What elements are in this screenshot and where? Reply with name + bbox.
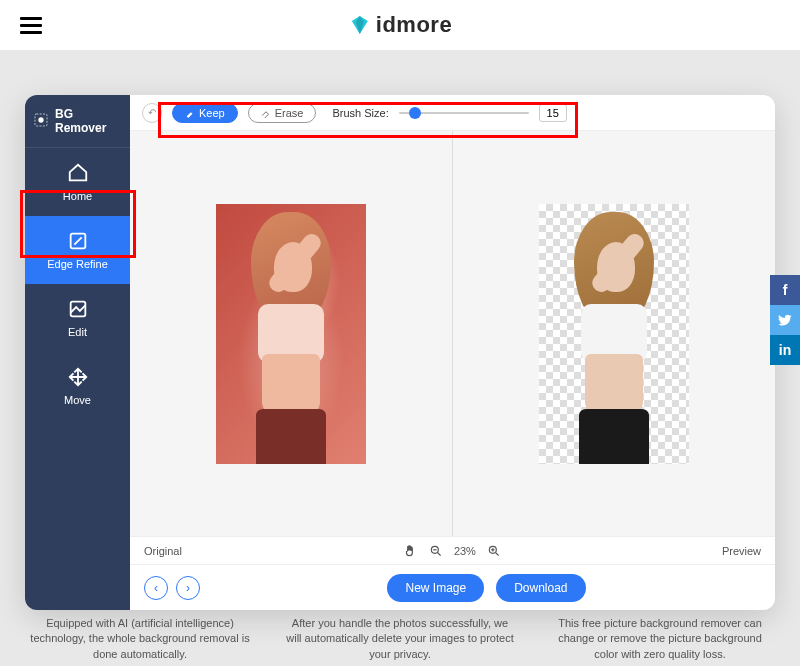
preview-label: Preview <box>722 545 761 557</box>
eraser-icon <box>261 108 271 118</box>
prev-button[interactable]: ‹ <box>144 576 168 600</box>
edge-refine-toolbar: ↶ Keep Erase Brush Size: 15 <box>130 95 775 131</box>
keep-button[interactable]: Keep <box>172 103 238 123</box>
marketing-row: Equipped with AI (artificial intelligenc… <box>25 616 775 662</box>
edit-icon <box>67 298 89 320</box>
linkedin-icon[interactable]: in <box>770 335 800 365</box>
original-label: Original <box>144 545 182 557</box>
svg-line-10 <box>496 552 499 555</box>
edge-refine-icon <box>67 230 89 252</box>
brand-logo[interactable]: idmore <box>348 12 452 38</box>
zoom-controls: 23% <box>402 543 502 559</box>
marketing-col-3: This free picture background remover can… <box>545 616 775 662</box>
download-button[interactable]: Download <box>496 574 585 602</box>
home-icon <box>67 162 89 184</box>
pan-hand-icon[interactable] <box>402 543 418 559</box>
nav-label: Edit <box>68 326 87 338</box>
zoom-in-button[interactable] <box>486 543 502 559</box>
preview-area <box>130 131 775 536</box>
status-bar: Original 23% Preview <box>130 536 775 564</box>
app-header: idmore <box>0 0 800 50</box>
sidebar-item-home[interactable]: Home <box>25 148 130 216</box>
sidebar-item-edit[interactable]: Edit <box>25 284 130 352</box>
brush-size-slider[interactable] <box>399 110 529 116</box>
sidebar: BG Remover Home Edge Refine Edit Move <box>25 95 130 610</box>
erase-label: Erase <box>275 107 304 119</box>
bg-remover-app: BG Remover Home Edge Refine Edit Move <box>25 95 775 610</box>
marketing-col-1: Equipped with AI (artificial intelligenc… <box>25 616 255 662</box>
zoom-out-button[interactable] <box>428 543 444 559</box>
new-image-button[interactable]: New Image <box>387 574 484 602</box>
svg-line-6 <box>438 552 441 555</box>
nav-label: Home <box>63 190 92 202</box>
sidebar-item-edge-refine[interactable]: Edge Refine <box>25 216 130 284</box>
facebook-icon[interactable]: f <box>770 275 800 305</box>
sidebar-nav: Home Edge Refine Edit Move <box>25 148 130 420</box>
zoom-value: 23% <box>454 545 476 557</box>
hamburger-icon[interactable] <box>20 17 42 34</box>
twitter-icon[interactable] <box>770 305 800 335</box>
sidebar-title: BG Remover <box>25 95 130 148</box>
undo-button[interactable]: ↶ <box>142 103 162 123</box>
nav-label: Edge Refine <box>47 258 108 270</box>
svg-point-1 <box>38 117 43 122</box>
brand-text: idmore <box>376 12 452 38</box>
brush-size-label: Brush Size: <box>332 107 388 119</box>
original-pane[interactable] <box>130 131 452 536</box>
social-sidebar: f in <box>770 275 800 365</box>
keep-label: Keep <box>199 107 225 119</box>
preview-pane[interactable] <box>453 131 775 536</box>
bg-remover-icon <box>33 112 49 131</box>
sidebar-title-label: BG Remover <box>55 107 122 135</box>
next-button[interactable]: › <box>176 576 200 600</box>
brush-icon <box>185 108 195 118</box>
nav-arrow-group: ‹ › <box>144 576 200 600</box>
sidebar-item-move[interactable]: Move <box>25 352 130 420</box>
move-icon <box>67 366 89 388</box>
main-panel: ↶ Keep Erase Brush Size: 15 <box>130 95 775 610</box>
logo-icon <box>348 13 372 37</box>
action-bar: ‹ › New Image Download <box>130 564 775 610</box>
undo-redo-group: ↶ <box>142 103 162 123</box>
result-image <box>539 204 689 464</box>
brush-size-value[interactable]: 15 <box>539 104 567 122</box>
erase-button[interactable]: Erase <box>248 103 317 123</box>
original-image <box>216 204 366 464</box>
marketing-col-2: After you handle the photos successfully… <box>285 616 515 662</box>
nav-label: Move <box>64 394 91 406</box>
